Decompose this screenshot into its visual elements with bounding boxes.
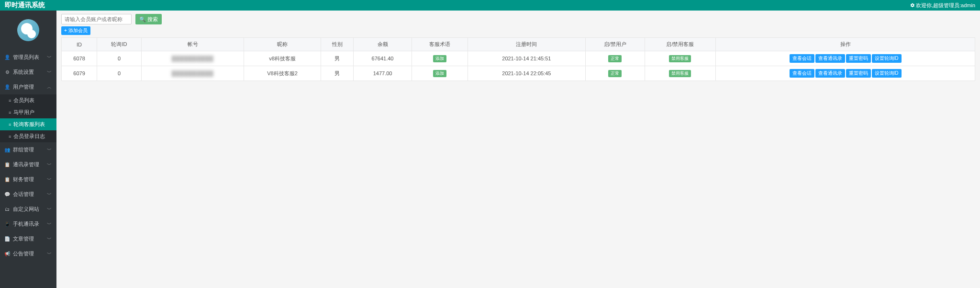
sidebar-item-4[interactable]: 📋通讯录管理﹀	[0, 157, 56, 172]
menu-icon: 👤	[5, 55, 10, 60]
search-icon: 🔍	[139, 16, 146, 23]
sidebar-item-1[interactable]: ⚙系统设置﹀	[0, 65, 56, 80]
menu-icon: 📄	[5, 236, 10, 242]
toolbar: 🔍 搜索	[56, 11, 980, 26]
sidebar-item-label: 群组管理	[13, 146, 34, 153]
sidebar-item-label: 手机通讯录	[13, 220, 39, 228]
sidebar-item-label: 公告管理	[13, 250, 34, 257]
cell-nickname: V8科技客服2	[244, 66, 321, 81]
sidebar-item-10[interactable]: 📢公告管理﹀	[0, 246, 56, 261]
menu-icon: 📢	[5, 251, 10, 256]
table-header: 余额	[354, 38, 412, 51]
sidebar-item-0[interactable]: 👤管理员列表﹀	[0, 50, 56, 65]
table-row: 60790██████████V8科技客服2男1477.00添加2021-10-…	[62, 66, 975, 81]
sidebar-subitem-label: 会员登录日志	[13, 133, 45, 140]
cell-balance: 1477.00	[354, 66, 412, 81]
sidebar-subitem-label: 会员列表	[13, 97, 34, 104]
cell-regtime: 2021-10-14 22:05:45	[468, 66, 585, 81]
kefu-badge[interactable]: 添加	[433, 55, 446, 62]
cell-account: ██████████	[141, 66, 244, 81]
menu-icon: ⚙	[5, 69, 10, 75]
cell-account: ██████████	[141, 51, 244, 66]
top-bar: 即时通讯系统 欢迎你,超级管理员:admin	[0, 0, 980, 11]
sidebar-item-2[interactable]: 👤用户管理︿	[0, 80, 56, 94]
sidebar-item-7[interactable]: 🗂自定义网站﹀	[0, 202, 56, 217]
cell-gender: 男	[321, 66, 354, 81]
sidebar-subitem-2-3[interactable]: ≡会员登录日志	[0, 130, 56, 142]
list-icon: ≡	[9, 134, 11, 139]
sidebar-item-label: 用户管理	[13, 83, 34, 91]
sidebar-item-5[interactable]: 📋财务管理﹀	[0, 172, 56, 187]
members-table: ID轮询ID帐号昵称性别余额客服术语注册时间启/禁用户启/禁用客服操作 6078…	[61, 37, 975, 81]
kefu-badge[interactable]: 添加	[433, 70, 446, 77]
table-header: 注册时间	[468, 38, 585, 51]
menu-icon: 💬	[5, 192, 10, 197]
sidebar-item-label: 管理员列表	[13, 54, 39, 61]
cell-user-status: 正常	[585, 66, 645, 81]
masked-account: ██████████	[172, 70, 214, 76]
sidebar-item-9[interactable]: 📄文章管理﹀	[0, 231, 56, 246]
sidebar-subitem-label: 马甲用户	[13, 109, 34, 116]
list-icon: ≡	[9, 110, 11, 115]
cell-id: 6079	[62, 66, 97, 81]
chevron-down-icon: ﹀	[47, 54, 52, 61]
table-header: 轮询ID	[97, 38, 142, 51]
cell-balance: 67641.40	[354, 51, 412, 66]
menu-icon: 📋	[5, 162, 10, 167]
logo	[0, 11, 56, 50]
sidebar-subitem-2-2[interactable]: ≡轮询客服列表	[0, 118, 56, 130]
chevron-down-icon: ﹀	[47, 147, 52, 153]
sidebar-item-label: 财务管理	[13, 176, 34, 183]
table-header: 性别	[321, 38, 354, 51]
op-button-3[interactable]: 设置轮询ID	[872, 69, 902, 78]
op-button-2[interactable]: 重置密码	[846, 69, 871, 78]
cell-kefu-enable: 禁用客服	[645, 66, 715, 81]
sidebar-item-6[interactable]: 💬会话管理﹀	[0, 187, 56, 202]
user-status-badge[interactable]: 正常	[608, 55, 622, 62]
op-button-1[interactable]: 查看通讯录	[815, 69, 845, 78]
chevron-up-icon: ︿	[47, 84, 52, 91]
table-header: 昵称	[244, 38, 321, 51]
chevron-down-icon: ﹀	[47, 69, 52, 76]
gear-icon	[910, 3, 915, 8]
cell-id: 6078	[62, 51, 97, 66]
cell-gender: 男	[321, 51, 354, 66]
app-title: 即时通讯系统	[5, 1, 45, 10]
sidebar-item-3[interactable]: 👥群组管理﹀	[0, 142, 56, 157]
kefu-enable-badge[interactable]: 禁用客服	[669, 55, 691, 62]
add-member-button[interactable]: + 添加会员	[61, 26, 90, 35]
search-input[interactable]	[61, 14, 132, 24]
cell-ops: 查看会话查看通讯录重置密码设置轮询ID	[716, 51, 975, 66]
chevron-down-icon: ﹀	[47, 236, 52, 242]
sidebar-subitem-2-0[interactable]: ≡会员列表	[0, 94, 56, 106]
cell-kefu: 添加	[412, 51, 468, 66]
table-header: 操作	[716, 38, 975, 51]
op-button-0[interactable]: 查看会话	[790, 69, 814, 78]
sidebar-item-label: 会话管理	[13, 191, 34, 198]
user-status-badge[interactable]: 正常	[608, 70, 622, 77]
cell-kefu: 添加	[412, 66, 468, 81]
chevron-down-icon: ﹀	[47, 206, 52, 213]
cell-regtime: 2021-10-14 21:45:51	[468, 51, 585, 66]
sidebar: 👤管理员列表﹀⚙系统设置﹀👤用户管理︿≡会员列表≡马甲用户≡轮询客服列表≡会员登…	[0, 11, 56, 288]
op-button-0[interactable]: 查看会话	[790, 54, 814, 63]
sidebar-item-label: 系统设置	[13, 69, 34, 76]
search-button[interactable]: 🔍 搜索	[135, 14, 162, 24]
sidebar-item-8[interactable]: 📱手机通讯录﹀	[0, 217, 56, 231]
chevron-down-icon: ﹀	[47, 191, 52, 198]
sidebar-item-label: 通讯录管理	[13, 161, 39, 168]
menu-icon: 👤	[5, 84, 10, 90]
menu-icon: 📱	[5, 221, 10, 227]
sidebar-item-label: 自定义网站	[13, 206, 39, 213]
menu-icon: 👥	[5, 147, 10, 152]
sidebar-subitem-2-1[interactable]: ≡马甲用户	[0, 106, 56, 118]
table-row: 60780██████████v8科技客服男67641.40添加2021-10-…	[62, 51, 975, 66]
chevron-down-icon: ﹀	[47, 176, 52, 183]
op-button-3[interactable]: 设置轮询ID	[872, 54, 902, 63]
op-button-1[interactable]: 查看通讯录	[815, 54, 845, 63]
op-button-2[interactable]: 重置密码	[846, 54, 871, 63]
chevron-down-icon: ﹀	[47, 251, 52, 257]
kefu-enable-badge[interactable]: 禁用客服	[669, 70, 691, 77]
table-header: 启/禁用客服	[645, 38, 715, 51]
menu-icon: 📋	[5, 177, 10, 182]
